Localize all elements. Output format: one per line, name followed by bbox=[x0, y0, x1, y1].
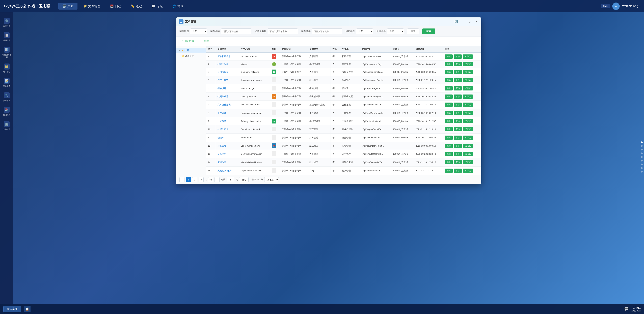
menu-name-link[interactable]: 标签管理 bbox=[218, 144, 226, 147]
edit-button[interactable]: 编辑 bbox=[444, 136, 453, 140]
edit-button[interactable]: 编辑 bbox=[444, 119, 453, 123]
goto-confirm-btn[interactable]: 确定 bbox=[239, 177, 248, 182]
perm-button[interactable]: 权限点 bbox=[463, 111, 473, 115]
edit-button[interactable]: 编辑 bbox=[444, 152, 453, 156]
page-btn-1[interactable]: 1 bbox=[186, 177, 191, 182]
minimize-btn[interactable]: — bbox=[460, 19, 465, 24]
down-button[interactable]: 下移 bbox=[454, 103, 462, 107]
nav-desktop[interactable]: 🖥️桌面 bbox=[58, 3, 78, 9]
right-dot-7[interactable] bbox=[641, 164, 643, 165]
menu-name-link[interactable]: 支出往来-缴费... bbox=[218, 169, 233, 172]
menu-name-link[interactable]: 报表设计 bbox=[218, 87, 226, 90]
menu-name-link[interactable]: 客户工单统计 bbox=[218, 79, 230, 81]
page-next-btn[interactable]: › bbox=[214, 177, 220, 182]
menu-name-link[interactable]: 一级分类 bbox=[218, 120, 226, 122]
perm-button[interactable]: 权限点 bbox=[463, 160, 473, 164]
edit-button[interactable]: 编辑 bbox=[444, 160, 453, 164]
edit-button[interactable]: 编辑 bbox=[444, 103, 453, 107]
perm-button[interactable]: 权限点 bbox=[463, 103, 473, 107]
edit-button[interactable]: 编辑 bbox=[444, 111, 453, 115]
perm-button[interactable]: 权限点 bbox=[463, 94, 473, 99]
search-button[interactable]: 搜索 bbox=[422, 28, 435, 34]
down-button[interactable]: 下移 bbox=[454, 144, 462, 148]
taskbar-app-icon[interactable]: 📋 bbox=[24, 306, 30, 312]
down-button[interactable]: 下移 bbox=[454, 119, 462, 123]
down-button[interactable]: 下移 bbox=[454, 62, 462, 66]
down-button[interactable]: 下移 bbox=[454, 127, 462, 131]
down-button[interactable]: 下移 bbox=[454, 111, 462, 115]
sidebar-item-project[interactable]: 📊 项目业务规划 bbox=[1, 44, 12, 61]
down-button[interactable]: 下移 bbox=[454, 152, 462, 156]
menu-name-link[interactable]: 公司节假日 bbox=[218, 70, 228, 73]
nav-official[interactable]: 🌐官网 bbox=[168, 3, 188, 9]
add-button[interactable]: ＋ 新增 bbox=[198, 39, 211, 44]
perm-button[interactable]: 权限点 bbox=[463, 86, 473, 90]
edit-button[interactable]: 编辑 bbox=[444, 78, 453, 82]
maximize-btn[interactable]: □ bbox=[467, 19, 472, 24]
start-button[interactable]: 默认桌面 bbox=[3, 306, 21, 312]
right-dot-3[interactable] bbox=[641, 149, 643, 150]
sidebar-item-knowledge[interactable]: 📚 知识管理 bbox=[1, 105, 12, 118]
right-dot-5[interactable] bbox=[641, 156, 643, 158]
edit-button[interactable]: 编辑 bbox=[444, 169, 453, 173]
perm-button[interactable]: 权限点 bbox=[463, 127, 473, 131]
sidebar-item-instructions[interactable]: 📋 说明设置 bbox=[1, 30, 12, 44]
perm-button[interactable]: 权限点 bbox=[463, 54, 473, 59]
page-btn-2[interactable]: 2 bbox=[192, 177, 197, 182]
right-dot-1[interactable] bbox=[641, 141, 643, 143]
down-button[interactable]: 下移 bbox=[454, 78, 462, 82]
edit-button[interactable]: 编辑 bbox=[444, 62, 453, 66]
perm-button[interactable]: 权限点 bbox=[463, 136, 473, 140]
menu-name-link[interactable]: 代码生成器 bbox=[218, 95, 228, 98]
goto-input[interactable] bbox=[226, 177, 234, 182]
sidebar-item-system-settings[interactable]: ⚙️ 系统设置 bbox=[1, 16, 12, 29]
menu-name-link[interactable]: 素材分类 bbox=[218, 161, 226, 164]
menu-name-link[interactable]: 社保公积金 bbox=[218, 128, 228, 131]
down-button[interactable]: 下移 bbox=[454, 160, 462, 164]
menu-name-link[interactable]: 明细账 bbox=[218, 136, 224, 139]
reset-button[interactable]: 重置 bbox=[407, 28, 419, 34]
sidebar-item-official[interactable]: 🏢 公务管理 bbox=[1, 119, 12, 133]
nav-schedule[interactable]: 📅日程 bbox=[106, 3, 125, 9]
perm-button[interactable]: 权限点 bbox=[463, 78, 473, 82]
refresh-button[interactable]: ↺ 刷新数据 bbox=[180, 39, 196, 44]
perm-button[interactable]: 权限点 bbox=[463, 144, 473, 148]
perm-button[interactable]: 权限点 bbox=[463, 70, 473, 74]
nav-forum[interactable]: 💬论坛 bbox=[148, 3, 167, 9]
input-menu-link[interactable] bbox=[312, 28, 342, 34]
avatar[interactable]: W bbox=[612, 2, 620, 10]
edit-button[interactable]: 编辑 bbox=[444, 54, 453, 59]
sidebar-item-group[interactable]: 🗂️ 组单管理 bbox=[1, 61, 12, 75]
right-dot-2[interactable] bbox=[641, 145, 643, 147]
right-dot-8[interactable] bbox=[641, 167, 643, 169]
select-menu-level[interactable]: 全部 bbox=[190, 28, 207, 34]
tree-item-basic[interactable]: 📁 基础系统 bbox=[176, 53, 206, 59]
perm-button[interactable]: 权限点 bbox=[463, 169, 473, 173]
down-button[interactable]: 下移 bbox=[454, 70, 462, 74]
select-sync-share[interactable]: 全部 bbox=[356, 28, 373, 34]
down-button[interactable]: 下移 bbox=[454, 169, 462, 173]
menu-name-link[interactable]: 工序管理 bbox=[218, 112, 226, 114]
down-button[interactable]: 下移 bbox=[454, 136, 462, 140]
edit-button[interactable]: 编辑 bbox=[444, 70, 453, 74]
tree-item-all[interactable]: ▼ ▼ 全部 bbox=[176, 47, 206, 53]
input-parent-name[interactable] bbox=[268, 28, 298, 34]
perm-button[interactable]: 权限点 bbox=[463, 62, 473, 66]
perm-button[interactable]: 权限点 bbox=[463, 152, 473, 156]
per-page-select[interactable]: 15 条/页 30 条/页 50 条/页 bbox=[264, 177, 279, 182]
page-btn-32[interactable]: 32 bbox=[208, 177, 213, 182]
select-desktop[interactable]: 全部 bbox=[387, 28, 404, 34]
right-dot-6[interactable] bbox=[641, 160, 643, 162]
sidebar-item-service[interactable]: 🔧 服务配置 bbox=[1, 90, 12, 104]
edit-button[interactable]: 编辑 bbox=[444, 86, 453, 90]
menu-name-link[interactable]: 所有档案信息 bbox=[218, 55, 230, 58]
close-btn[interactable]: ✕ bbox=[474, 19, 479, 24]
right-dot-9[interactable] bbox=[641, 171, 643, 173]
page-btn-3[interactable]: 3 bbox=[198, 177, 204, 182]
down-button[interactable]: 下移 bbox=[454, 54, 462, 59]
edit-button[interactable]: 编辑 bbox=[444, 127, 453, 131]
chat-icon[interactable]: 💬 bbox=[624, 307, 629, 311]
page-prev-btn[interactable]: ‹ bbox=[180, 177, 184, 182]
edit-button[interactable]: 编辑 bbox=[444, 144, 453, 148]
down-button[interactable]: 下移 bbox=[454, 94, 462, 99]
